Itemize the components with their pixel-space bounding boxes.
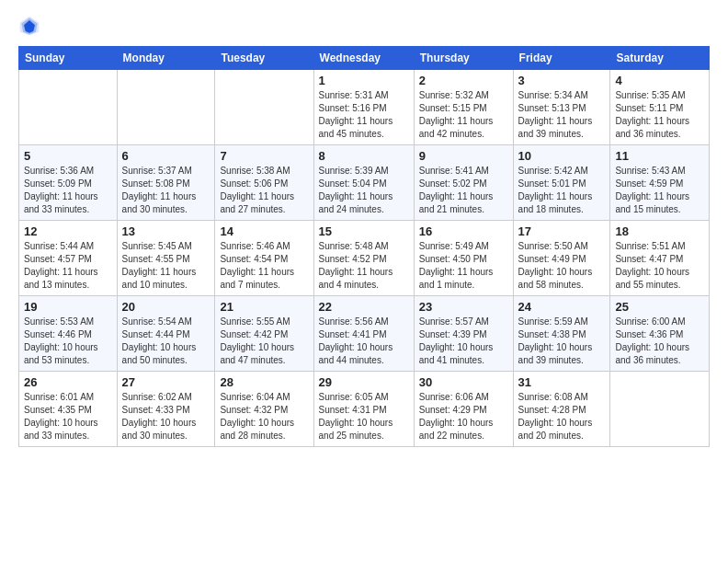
calendar-cell: 23Sunrise: 5:57 AM Sunset: 4:39 PM Dayli… (414, 296, 513, 372)
calendar-cell: 8Sunrise: 5:39 AM Sunset: 5:04 PM Daylig… (313, 145, 414, 221)
day-number: 9 (419, 149, 508, 163)
day-info: Sunrise: 5:43 AM Sunset: 4:59 PM Dayligh… (615, 165, 704, 216)
calendar-cell: 14Sunrise: 5:46 AM Sunset: 4:54 PM Dayli… (215, 221, 313, 296)
day-number: 21 (220, 300, 308, 314)
calendar-cell: 10Sunrise: 5:42 AM Sunset: 5:01 PM Dayli… (513, 145, 610, 221)
day-number: 7 (220, 149, 308, 163)
calendar-cell: 15Sunrise: 5:48 AM Sunset: 4:52 PM Dayli… (313, 221, 414, 296)
calendar-cell: 12Sunrise: 5:44 AM Sunset: 4:57 PM Dayli… (19, 221, 118, 296)
calendar-cell (19, 70, 118, 145)
weekday-header: Saturday (610, 47, 710, 70)
calendar-cell: 13Sunrise: 5:45 AM Sunset: 4:55 PM Dayli… (117, 221, 215, 296)
calendar-cell: 5Sunrise: 5:36 AM Sunset: 5:09 PM Daylig… (19, 145, 118, 221)
calendar-cell: 28Sunrise: 6:04 AM Sunset: 4:32 PM Dayli… (215, 372, 313, 447)
day-number: 25 (615, 300, 704, 314)
calendar-cell: 2Sunrise: 5:32 AM Sunset: 5:15 PM Daylig… (414, 70, 513, 145)
calendar-cell: 26Sunrise: 6:01 AM Sunset: 4:35 PM Dayli… (19, 372, 118, 447)
calendar-cell: 29Sunrise: 6:05 AM Sunset: 4:31 PM Dayli… (313, 372, 414, 447)
day-number: 2 (419, 74, 508, 87)
calendar-week-row: 12Sunrise: 5:44 AM Sunset: 4:57 PM Dayli… (19, 221, 710, 296)
day-number: 5 (24, 149, 112, 163)
day-info: Sunrise: 5:39 AM Sunset: 5:04 PM Dayligh… (319, 165, 409, 216)
calendar-cell (610, 372, 710, 447)
day-number: 6 (122, 149, 210, 163)
day-number: 27 (122, 375, 210, 389)
day-info: Sunrise: 5:53 AM Sunset: 4:46 PM Dayligh… (24, 316, 112, 367)
day-info: Sunrise: 5:51 AM Sunset: 4:47 PM Dayligh… (615, 240, 704, 292)
day-info: Sunrise: 6:08 AM Sunset: 4:28 PM Dayligh… (518, 391, 606, 442)
day-info: Sunrise: 5:37 AM Sunset: 5:08 PM Dayligh… (122, 165, 210, 216)
day-number: 24 (518, 300, 606, 314)
day-info: Sunrise: 6:02 AM Sunset: 4:33 PM Dayligh… (122, 391, 210, 442)
day-number: 14 (220, 224, 308, 238)
day-info: Sunrise: 6:06 AM Sunset: 4:29 PM Dayligh… (419, 391, 508, 442)
calendar-cell: 6Sunrise: 5:37 AM Sunset: 5:08 PM Daylig… (117, 145, 215, 221)
day-info: Sunrise: 5:48 AM Sunset: 4:52 PM Dayligh… (319, 240, 409, 292)
weekday-header-row: SundayMondayTuesdayWednesdayThursdayFrid… (19, 47, 710, 70)
day-info: Sunrise: 5:42 AM Sunset: 5:01 PM Dayligh… (518, 165, 606, 216)
weekday-header: Friday (513, 47, 610, 70)
calendar-cell: 24Sunrise: 5:59 AM Sunset: 4:38 PM Dayli… (513, 296, 610, 372)
day-number: 4 (615, 74, 704, 87)
day-info: Sunrise: 5:46 AM Sunset: 4:54 PM Dayligh… (220, 240, 308, 292)
calendar-cell: 25Sunrise: 6:00 AM Sunset: 4:36 PM Dayli… (610, 296, 710, 372)
calendar-cell: 4Sunrise: 5:35 AM Sunset: 5:11 PM Daylig… (610, 70, 710, 145)
day-number: 30 (419, 375, 508, 389)
calendar-cell: 21Sunrise: 5:55 AM Sunset: 4:42 PM Dayli… (215, 296, 313, 372)
day-info: Sunrise: 5:55 AM Sunset: 4:42 PM Dayligh… (220, 316, 308, 367)
day-number: 16 (419, 224, 508, 238)
logo-icon (18, 15, 40, 37)
day-info: Sunrise: 5:38 AM Sunset: 5:06 PM Dayligh… (220, 165, 308, 216)
day-number: 22 (319, 300, 409, 314)
day-info: Sunrise: 5:49 AM Sunset: 4:50 PM Dayligh… (419, 240, 508, 292)
day-number: 17 (518, 224, 606, 238)
weekday-header: Monday (117, 47, 215, 70)
calendar-cell (215, 70, 313, 145)
day-number: 23 (419, 300, 508, 314)
day-number: 28 (220, 375, 308, 389)
weekday-header: Wednesday (313, 47, 414, 70)
day-info: Sunrise: 5:50 AM Sunset: 4:49 PM Dayligh… (518, 240, 606, 292)
weekday-header: Sunday (19, 47, 118, 70)
day-info: Sunrise: 5:54 AM Sunset: 4:44 PM Dayligh… (122, 316, 210, 367)
day-info: Sunrise: 5:41 AM Sunset: 5:02 PM Dayligh… (419, 165, 508, 216)
day-number: 1 (319, 74, 409, 87)
day-number: 12 (24, 224, 112, 238)
weekday-header: Thursday (414, 47, 513, 70)
day-number: 31 (518, 375, 606, 389)
page-header (18, 15, 710, 37)
calendar-cell: 9Sunrise: 5:41 AM Sunset: 5:02 PM Daylig… (414, 145, 513, 221)
day-info: Sunrise: 5:32 AM Sunset: 5:15 PM Dayligh… (419, 89, 508, 141)
calendar-cell: 18Sunrise: 5:51 AM Sunset: 4:47 PM Dayli… (610, 221, 710, 296)
day-number: 26 (24, 375, 112, 389)
calendar-week-row: 26Sunrise: 6:01 AM Sunset: 4:35 PM Dayli… (19, 372, 710, 447)
day-info: Sunrise: 5:57 AM Sunset: 4:39 PM Dayligh… (419, 316, 508, 367)
day-info: Sunrise: 6:05 AM Sunset: 4:31 PM Dayligh… (319, 391, 409, 442)
day-number: 11 (615, 149, 704, 163)
weekday-header: Tuesday (215, 47, 313, 70)
day-number: 20 (122, 300, 210, 314)
calendar-week-row: 5Sunrise: 5:36 AM Sunset: 5:09 PM Daylig… (19, 145, 710, 221)
day-number: 18 (615, 224, 704, 238)
day-info: Sunrise: 5:35 AM Sunset: 5:11 PM Dayligh… (615, 89, 704, 141)
day-number: 3 (518, 74, 606, 87)
day-info: Sunrise: 5:45 AM Sunset: 4:55 PM Dayligh… (122, 240, 210, 292)
calendar-cell: 3Sunrise: 5:34 AM Sunset: 5:13 PM Daylig… (513, 70, 610, 145)
day-info: Sunrise: 5:59 AM Sunset: 4:38 PM Dayligh… (518, 316, 606, 367)
calendar-cell: 31Sunrise: 6:08 AM Sunset: 4:28 PM Dayli… (513, 372, 610, 447)
day-number: 13 (122, 224, 210, 238)
calendar-cell: 7Sunrise: 5:38 AM Sunset: 5:06 PM Daylig… (215, 145, 313, 221)
calendar-cell: 1Sunrise: 5:31 AM Sunset: 5:16 PM Daylig… (313, 70, 414, 145)
calendar-cell (117, 70, 215, 145)
calendar-cell: 16Sunrise: 5:49 AM Sunset: 4:50 PM Dayli… (414, 221, 513, 296)
day-number: 29 (319, 375, 409, 389)
day-info: Sunrise: 6:01 AM Sunset: 4:35 PM Dayligh… (24, 391, 112, 442)
day-info: Sunrise: 5:56 AM Sunset: 4:41 PM Dayligh… (319, 316, 409, 367)
calendar-cell: 20Sunrise: 5:54 AM Sunset: 4:44 PM Dayli… (117, 296, 215, 372)
calendar-week-row: 19Sunrise: 5:53 AM Sunset: 4:46 PM Dayli… (19, 296, 710, 372)
day-info: Sunrise: 5:31 AM Sunset: 5:16 PM Dayligh… (319, 89, 409, 141)
calendar-week-row: 1Sunrise: 5:31 AM Sunset: 5:16 PM Daylig… (19, 70, 710, 145)
day-info: Sunrise: 6:00 AM Sunset: 4:36 PM Dayligh… (615, 316, 704, 367)
calendar: SundayMondayTuesdayWednesdayThursdayFrid… (18, 46, 710, 447)
day-info: Sunrise: 5:34 AM Sunset: 5:13 PM Dayligh… (518, 89, 606, 141)
